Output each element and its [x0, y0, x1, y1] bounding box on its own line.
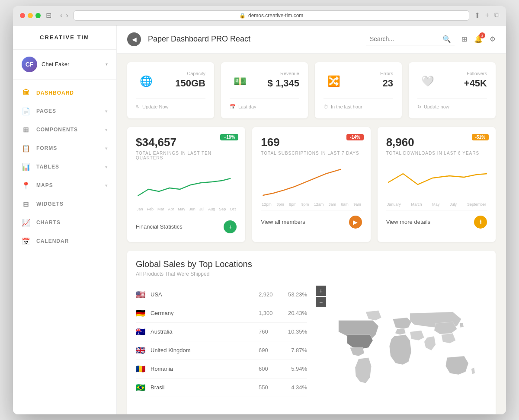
- stat-card-1: 💵 Revenue $ 1,345 📅 Last day: [221, 62, 308, 118]
- search-box[interactable]: 🔍: [366, 33, 455, 45]
- stat-card-header: 💵 Revenue $ 1,345: [230, 71, 299, 92]
- components-icon: ⊞: [22, 126, 30, 134]
- stat-value: $ 1,345: [256, 78, 299, 89]
- settings-icon[interactable]: ⚙: [490, 35, 496, 43]
- calendar-icon: 📅: [22, 237, 30, 245]
- chart-footer-label: Financial Statistics: [136, 223, 183, 230]
- duplicate-icon[interactable]: ⧉: [494, 11, 499, 19]
- country-name: United Kingdom: [151, 347, 253, 353]
- sales-content: 🇺🇸 USA 2,920 53.23% 🇩🇪 Germany 1,300 20.…: [136, 286, 487, 408]
- stat-value: 150GB: [162, 78, 205, 89]
- forms-icon: 📋: [22, 144, 30, 153]
- sidebar-toggle-icon[interactable]: ⊟: [46, 11, 51, 19]
- country-flag: 🇩🇪: [136, 309, 145, 318]
- country-count: 690: [259, 347, 280, 353]
- chart-svg: [386, 161, 487, 200]
- map-zoom-out-button[interactable]: −: [316, 297, 326, 307]
- new-tab-icon[interactable]: +: [485, 11, 489, 19]
- sidebar-item-tables[interactable]: 📊 TABLES ▾: [13, 158, 116, 176]
- table-row[interactable]: 🇧🇷 Brasil 550 4.34%: [136, 379, 307, 397]
- notification-icon[interactable]: 🔔 3: [474, 35, 483, 43]
- stat-footer: ⏱ In the last hour: [324, 99, 393, 109]
- maximize-button[interactable]: [35, 13, 41, 18]
- sidebar-item-pages[interactable]: 📄 PAGES ▾: [13, 102, 116, 121]
- sidebar-item-components[interactable]: ⊞ COMPONENTS ▾: [13, 121, 116, 139]
- stats-row: 🌐 Capacity 150GB ↻ Update Now 💵 Revenue …: [127, 62, 496, 118]
- sidebar-item-label: WIDGETS: [36, 201, 64, 207]
- country-name: Australia: [151, 328, 253, 335]
- address-bar[interactable]: 🔒 demos.creative-tim.com: [74, 10, 469, 21]
- country-count: 760: [259, 328, 280, 335]
- chart-action-button[interactable]: ▶: [349, 216, 362, 229]
- country-flag: 🇷🇴: [136, 364, 145, 374]
- stat-card-2: 🔀 Errors 23 ⏱ In the last hour: [315, 62, 402, 118]
- table-row[interactable]: 🇺🇸 USA 2,920 53.23%: [136, 286, 307, 304]
- stat-footer-icon: ⏱: [324, 104, 328, 109]
- sidebar-item-label: TABLES: [36, 164, 59, 170]
- map-zoom-in-button[interactable]: +: [316, 286, 326, 296]
- country-name: USA: [151, 291, 253, 298]
- main-content: ◀ Paper Dashboard PRO React 🔍 ⊞ 🔔 3 ⚙: [117, 25, 506, 414]
- back-button[interactable]: ◀: [127, 32, 141, 46]
- chart-label: TOTAL EARNINGS IN LAST TEN QUARTERS: [136, 151, 237, 160]
- forward-nav-icon[interactable]: ›: [66, 12, 68, 19]
- charts-icon: 📈: [22, 219, 30, 227]
- stat-label: Followers: [443, 71, 487, 76]
- stat-footer-label: Update Now: [142, 104, 169, 109]
- sidebar-item-forms[interactable]: 📋 FORMS ▾: [13, 139, 116, 158]
- country-pct: 53.23%: [285, 291, 307, 298]
- search-icon[interactable]: 🔍: [442, 35, 451, 43]
- search-input[interactable]: [370, 35, 439, 42]
- chart-footer-label: View all members: [261, 219, 305, 225]
- lock-icon: 🔒: [239, 13, 246, 19]
- table-row[interactable]: 🇬🇧 United Kingdom 690 7.87%: [136, 341, 307, 360]
- chart-card-1: -14% 169 TOTAL SUBSCRIPTIONS IN LAST 7 D…: [252, 127, 370, 242]
- close-button[interactable]: [20, 13, 25, 18]
- stat-footer: ↻ Update Now: [136, 99, 205, 110]
- top-header: ◀ Paper Dashboard PRO React 🔍 ⊞ 🔔 3 ⚙: [117, 25, 506, 54]
- share-icon[interactable]: ⬆: [474, 11, 480, 19]
- stat-footer-label: Last day: [238, 104, 256, 109]
- sidebar-item-maps[interactable]: 📍 MAPS ▾: [13, 176, 116, 195]
- pages-icon: 📄: [22, 107, 30, 115]
- sidebar-item-dashboard[interactable]: 🏛 DASHBOARD: [13, 84, 116, 102]
- sidebar-user[interactable]: CF Chet Faker ▾: [13, 50, 116, 80]
- sidebar-item-widgets[interactable]: ⊟ WIDGETS: [13, 195, 116, 213]
- stat-card-3: 🤍 Followers +45K ↻ Update now: [409, 62, 496, 118]
- widgets-icon: ⊟: [22, 200, 30, 208]
- stat-icon: 🔀: [324, 71, 344, 92]
- chart-action-button[interactable]: ℹ: [474, 216, 487, 229]
- avatar: CF: [22, 57, 37, 72]
- stat-info: Revenue $ 1,345: [256, 71, 299, 89]
- back-nav-icon[interactable]: ‹: [60, 12, 62, 19]
- country-flag: 🇦🇺: [136, 327, 145, 337]
- country-count: 2,920: [259, 291, 280, 298]
- stat-label: Revenue: [256, 71, 299, 76]
- stat-footer: 📅 Last day: [230, 99, 299, 110]
- sidebar-item-label: CALENDAR: [36, 238, 69, 244]
- stat-label: Errors: [349, 71, 393, 76]
- sidebar: CREATIVE TIM CF Chet Faker ▾ 🏛 DASHBOARD…: [13, 25, 117, 414]
- stat-card-header: 🔀 Errors 23: [324, 71, 393, 92]
- grid-icon[interactable]: ⊞: [461, 35, 467, 43]
- stat-card-header: 🤍 Followers +45K: [417, 71, 487, 92]
- browser-window: ⊟ ‹ › 🔒 demos.creative-tim.com ⬆ + ⧉ CRE…: [13, 6, 506, 414]
- table-row[interactable]: 🇩🇪 Germany 1,300 20.43%: [136, 304, 307, 323]
- sidebar-item-label: COMPONENTS: [36, 127, 78, 133]
- sales-table: 🇺🇸 USA 2,920 53.23% 🇩🇪 Germany 1,300 20.…: [136, 286, 307, 408]
- chart-action-button[interactable]: +: [224, 220, 237, 233]
- minimize-button[interactable]: [28, 13, 33, 18]
- table-row[interactable]: 🇦🇺 Australia 760 10.35%: [136, 323, 307, 341]
- stat-info: Errors 23: [349, 71, 393, 89]
- stat-footer-label: In the last hour: [331, 104, 362, 109]
- sidebar-item-label: PAGES: [36, 108, 56, 114]
- chart-card-0: +18% $34,657 TOTAL EARNINGS IN LAST TEN …: [127, 127, 245, 242]
- sidebar-item-calendar[interactable]: 📅 CALENDAR: [13, 232, 116, 251]
- chart-footer: View all members ▶: [261, 210, 362, 229]
- browser-actions: ⬆ + ⧉: [474, 11, 499, 19]
- sidebar-item-charts[interactable]: 📈 CHARTS: [13, 213, 116, 232]
- x-labels: JanuaryMarchMayJulySeptember: [386, 202, 487, 207]
- stat-info: Capacity 150GB: [162, 71, 205, 89]
- table-row[interactable]: 🇷🇴 Romania 600 5.94%: [136, 360, 307, 379]
- sales-subtitle: All Products That Were Shipped: [136, 271, 487, 277]
